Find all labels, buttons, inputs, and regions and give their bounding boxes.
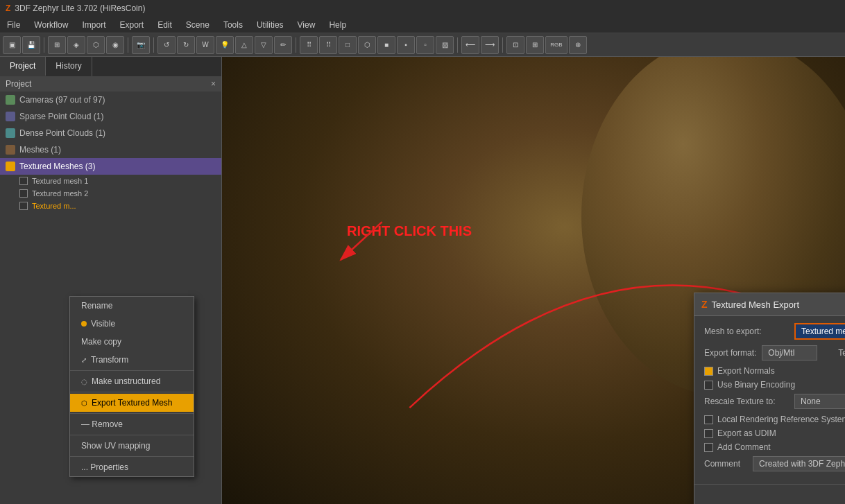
mesh-name-text: Textured mesh <box>801 327 845 336</box>
tool-sel2[interactable]: ⊞ <box>526 36 544 54</box>
menu-help[interactable]: Help <box>322 18 353 32</box>
menu-utilities[interactable]: Utilities <box>250 18 291 32</box>
tool-pts1[interactable]: ⠿ <box>300 36 318 54</box>
transform-icon: ⤢ <box>81 356 87 364</box>
ctx-rename[interactable]: Rename <box>70 297 194 315</box>
title-bar: Z 3DF Zephyr Lite 3.702 (HiResCoin) <box>0 0 845 17</box>
ctx-properties-label: ... Properties <box>81 462 128 472</box>
menu-workflow[interactable]: Workflow <box>27 18 75 32</box>
tool-rgb[interactable]: RGB <box>545 36 567 54</box>
export-udim-checkbox[interactable] <box>704 429 713 438</box>
tool-2[interactable]: ◈ <box>67 36 85 54</box>
local-rendering-label: Local Rendering Reference System <box>717 415 845 424</box>
tab-history[interactable]: History <box>46 57 92 76</box>
mesh2-checkbox[interactable] <box>19 189 28 198</box>
tree-item-dense[interactable]: Dense Point Clouds (1) <box>0 125 221 141</box>
mesh-input-highlighted[interactable]: Textured mesh 3 <box>794 323 845 340</box>
textured-mesh-export-dialog: Z Textured Mesh Export ? × Mesh to expor… <box>694 293 845 504</box>
comment-input[interactable] <box>753 456 845 471</box>
tool-3[interactable]: ⬡ <box>87 36 105 54</box>
tool-tri2[interactable]: ▽ <box>255 36 273 54</box>
tool-tri[interactable]: △ <box>235 36 253 54</box>
menu-tools[interactable]: Tools <box>216 18 250 32</box>
comment-label: Comment <box>704 459 753 469</box>
tool-pts2[interactable]: ⠿ <box>319 36 337 54</box>
tool-1[interactable]: ⊞ <box>48 36 66 54</box>
tool-4[interactable]: ◉ <box>106 36 124 54</box>
export-format-select[interactable]: Obj/Mtl <box>762 345 817 360</box>
toolbar: ▣ 💾 ⊞ ◈ ⬡ ◉ 📷 ↺ ↻ W 💡 △ ▽ ✏ ⠿ ⠿ □ ⬡ ■ ▪ … <box>0 33 845 57</box>
tool-save[interactable]: 💾 <box>22 36 40 54</box>
tree-item-textured-meshes[interactable]: Textured Meshes (3) <box>0 158 221 175</box>
ctx-show-uv-label: Show UV mapping <box>81 441 150 451</box>
menu-import[interactable]: Import <box>75 18 112 32</box>
ctx-rename-label: Rename <box>81 301 112 311</box>
tool-sq4[interactable]: ▨ <box>436 36 454 54</box>
binary-encoding-checkbox[interactable] <box>704 381 713 390</box>
menu-view[interactable]: View <box>291 18 323 32</box>
tool-r2[interactable]: ↻ <box>177 36 195 54</box>
tool-redo[interactable]: ⟶ <box>481 36 499 54</box>
add-comment-checkbox[interactable] <box>704 443 713 452</box>
mesh3-checkbox[interactable] <box>19 202 28 210</box>
app-title: 3DF Zephyr Lite 3.702 (HiResCoin) <box>15 3 145 13</box>
rescale-label: Rescale Texture to: <box>704 397 794 406</box>
tool-undo[interactable]: ⟵ <box>461 36 479 54</box>
sub-item-mesh3[interactable]: Textured m... <box>0 200 221 212</box>
ctx-sep-4 <box>70 435 194 435</box>
ctx-make-unstructured[interactable]: ◌ Make unstructured <box>70 372 194 390</box>
ctx-make-copy-label: Make copy <box>81 337 121 347</box>
tool-r1[interactable]: ↺ <box>157 36 176 54</box>
mesh1-checkbox[interactable] <box>19 177 28 185</box>
tool-light[interactable]: 💡 <box>216 36 234 54</box>
toolbar-sep-5 <box>457 37 458 53</box>
tool-sel1[interactable]: ⊡ <box>506 36 524 54</box>
tool-sq[interactable]: ■ <box>377 36 395 54</box>
mesh1-label: Textured mesh 1 <box>32 177 88 185</box>
meshes-icon <box>6 145 15 155</box>
ctx-visible[interactable]: Visible <box>70 315 194 333</box>
dialog-title-bar: Z Textured Mesh Export ? × <box>694 293 845 316</box>
ctx-make-copy[interactable]: Make copy <box>70 333 194 351</box>
local-rendering-checkbox[interactable] <box>704 415 713 424</box>
sub-item-mesh1[interactable]: Textured mesh 1 <box>0 175 221 187</box>
toolbar-sep-6 <box>502 37 503 53</box>
ctx-export-textured-mesh[interactable]: ⬡ Export Textured Mesh <box>70 394 194 412</box>
ctx-transform[interactable]: ⤢ Transform <box>70 351 194 369</box>
format-texture-row: Export format: Obj/Mtl Texture type: PNG <box>704 345 845 360</box>
sub-item-mesh2[interactable]: Textured mesh 2 <box>0 187 221 200</box>
tree-item-cameras[interactable]: Cameras (97 out of 97) <box>0 92 221 108</box>
export-normals-checkbox[interactable] <box>704 367 713 376</box>
tree-item-sparse[interactable]: Sparse Point Cloud (1) <box>0 108 221 125</box>
menu-export[interactable]: Export <box>112 18 151 32</box>
ctx-export-label: Export Textured Mesh <box>92 398 173 408</box>
menu-file[interactable]: File <box>0 18 27 32</box>
ctx-sep-5 <box>70 456 194 457</box>
tree-item-meshes[interactable]: Meshes (1) <box>0 141 221 158</box>
tool-new[interactable]: ▣ <box>3 36 21 54</box>
binary-encoding-row: Use Binary Encoding <box>704 380 845 390</box>
ctx-show-uv[interactable]: Show UV mapping <box>70 437 194 455</box>
sidebar-close-button[interactable]: × <box>211 79 216 89</box>
texture-type-group: Texture type: PNG <box>838 345 845 360</box>
ctx-properties[interactable]: ... Properties <box>70 458 194 476</box>
tool-end[interactable]: ⊛ <box>569 36 587 54</box>
ctx-sep-3 <box>70 413 194 414</box>
menu-scene[interactable]: Scene <box>179 18 216 32</box>
tool-camera[interactable]: 📷 <box>132 36 150 54</box>
tool-hex[interactable]: ⬡ <box>358 36 376 54</box>
tool-w[interactable]: W <box>196 36 214 54</box>
export-format-group: Export format: Obj/Mtl <box>704 345 817 360</box>
rescale-value[interactable]: None <box>794 394 845 409</box>
local-rendering-row: Local Rendering Reference System <box>704 415 845 424</box>
comment-row: Comment <box>704 456 845 471</box>
rescale-row: Rescale Texture to: None <box>704 394 845 409</box>
ctx-remove[interactable]: — Remove <box>70 415 194 433</box>
tool-pen[interactable]: ✏ <box>274 36 292 54</box>
menu-edit[interactable]: Edit <box>151 18 179 32</box>
menu-bar: File Workflow Import Export Edit Scene T… <box>0 17 845 33</box>
tool-sq2[interactable]: ▪ <box>397 36 415 54</box>
tab-project[interactable]: Project <box>0 57 46 76</box>
tool-box[interactable]: □ <box>339 36 357 54</box>
tool-sq3[interactable]: ▫ <box>416 36 434 54</box>
